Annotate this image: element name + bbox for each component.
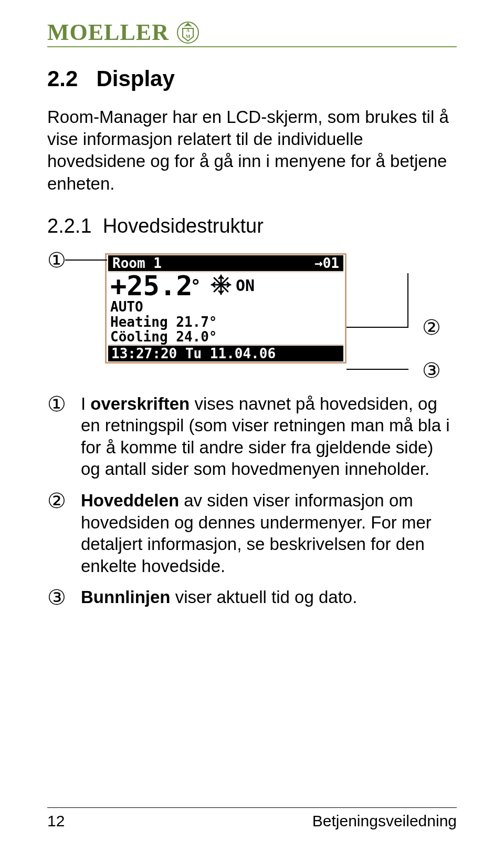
section-heading: 2.2 Display [47, 66, 457, 91]
svg-text:A: A [186, 28, 190, 33]
snowflake-icon [211, 272, 232, 299]
lcd-state: ON [236, 278, 255, 294]
callout-line-2h [346, 327, 408, 328]
def-num-3: ③ [47, 586, 81, 618]
def-text-3: Bunnlinjen viser aktuell tid og dato. [81, 586, 457, 608]
lcd-diagram: ① Room 1 →01 +25.2° [47, 253, 457, 364]
callout-line-3 [346, 369, 408, 370]
brand-emblem-icon: A M [176, 21, 200, 44]
callout-definitions: ① I overskriften vises navnet på hovedsi… [47, 393, 457, 618]
section-number: 2.2 [47, 66, 78, 91]
lcd-main-area: +25.2° [108, 272, 343, 345]
callout-marker-1: ① [47, 248, 66, 273]
footer-title: Betjeningsveiledning [312, 812, 457, 830]
svg-text:M: M [186, 34, 191, 39]
callout-marker-3: ③ [422, 358, 441, 383]
lcd-titlebar: Room 1 →01 [108, 255, 343, 271]
lcd-page-index: →01 [310, 255, 343, 271]
subsection-heading: 2.2.1 Hovedsidestruktur [47, 215, 457, 237]
def-text-1: I overskriften vises navnet på hovedside… [81, 393, 457, 480]
lcd-heating: Heating 21.7° [110, 315, 341, 330]
lcd-screen: Room 1 →01 +25.2° [105, 253, 346, 364]
callout-line-2v [407, 273, 408, 328]
section-title: Display [96, 66, 174, 91]
lcd-cooling: Cöoling 24.0° [110, 329, 341, 345]
lcd-auto: AUTO [110, 299, 341, 315]
def-num-2: ② [47, 490, 81, 586]
brand-name: MOELLER [47, 21, 169, 44]
intro-paragraph: Room-Manager har en LCD-skjerm, som bruk… [47, 106, 457, 195]
page-number: 12 [47, 812, 65, 830]
subsection-number: 2.2.1 [47, 215, 92, 237]
lcd-temperature: +25.2 [110, 272, 193, 299]
def-text-2: Hoveddelen av siden viser informasjon om… [81, 490, 457, 577]
lcd-degree-symbol: ° [191, 277, 201, 295]
brand-header: MOELLER A M [47, 21, 457, 47]
lcd-statusbar: 13:27:20 Tu 11.04.06 [108, 346, 343, 361]
lcd-room-label: Room 1 [108, 255, 310, 271]
callout-marker-2: ② [422, 315, 441, 340]
page-footer: 12 Betjeningsveiledning [47, 807, 457, 830]
def-num-1: ① [47, 393, 81, 490]
callout-line-1 [65, 260, 107, 261]
subsection-title: Hovedsidestruktur [103, 215, 264, 237]
